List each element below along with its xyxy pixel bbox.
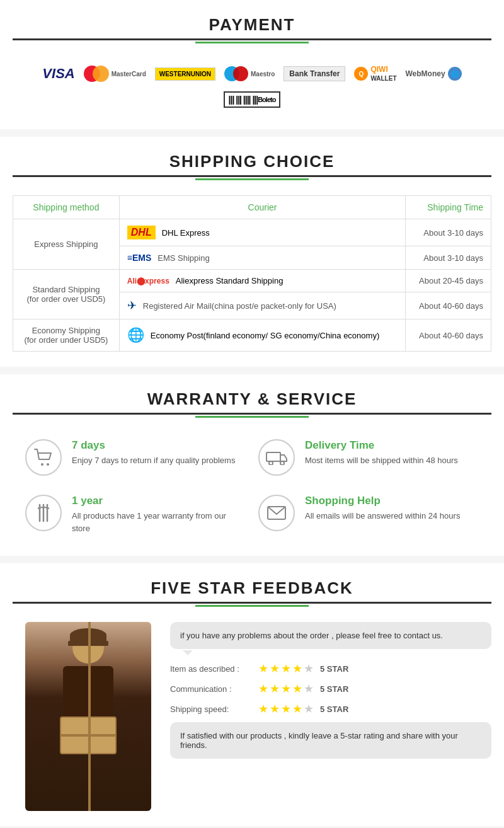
stars-described: ★ ★ ★ ★ ★: [258, 662, 314, 676]
svg-point-0: [41, 463, 43, 466]
warranty-grid: 7 days Enjoy 7 days to return if any qua…: [13, 433, 491, 541]
aliexpress-logo-icon: Ali⬤xpress: [127, 277, 169, 285]
svg-point-1: [47, 463, 49, 466]
mc-yellow-circle: [93, 66, 109, 82]
warranty-divider: [13, 413, 491, 415]
shipping-table: Shipping method Courier Shipping Time Ex…: [13, 195, 491, 352]
package-box: [60, 716, 117, 754]
truck-icon: [258, 439, 295, 476]
warranty-text-1year: 1 year All products have 1 year warranty…: [72, 495, 246, 534]
stars-shipping: ★ ★ ★ ★ ★: [258, 702, 314, 716]
boleto-logo: ||| ||| |||| ||| Boleto: [224, 91, 281, 108]
mastercard-logo: MasterCard: [84, 66, 146, 82]
warranty-title: WARRANTY & SERVICE: [13, 389, 491, 409]
table-row: Express Shipping DHL DHL Express About 3…: [13, 219, 491, 246]
col-header-courier: Courier: [119, 196, 406, 219]
warranty-item-shopping-help: Shopping Help All emails will be answere…: [258, 495, 479, 534]
courier-aliexpress: Ali⬤xpress Aliexpress Standard Shipping: [119, 270, 406, 292]
rating-label-communication: Communication :: [170, 684, 252, 694]
rating-row-communication: Communication : ★ ★ ★ ★ ★ 5 STAR: [170, 682, 491, 696]
payment-title: PAYMENT: [13, 15, 491, 35]
webmoney-globe-icon: 🌐: [448, 67, 462, 81]
person-figure: [25, 622, 151, 811]
bank-transfer-logo: Bank Transfer: [284, 66, 345, 81]
maestro-logo: Maestro: [224, 66, 275, 81]
feedback-section: FIVE STAR FEEDBACK: [0, 563, 504, 826]
col-header-time: Shipping Time: [406, 196, 491, 219]
shipping-divider: [13, 175, 491, 177]
ems-logo-icon: ≡EMS: [127, 253, 152, 263]
courier-airmail: ✈ Registered Air Mail(china post/e packe…: [119, 292, 406, 319]
warranty-text-7days: 7 days Enjoy 7 days to return if any qua…: [72, 439, 235, 467]
speech-bubble-bottom: If satisfied with our products , kindly …: [170, 722, 491, 759]
courier-economy: 🌐 Economy Post(finland economy/ SG econo…: [119, 319, 406, 352]
delivery-person-image: [13, 622, 164, 811]
table-row: Standard Shipping(for order over USD5) A…: [13, 270, 491, 292]
method-standard: Standard Shipping(for order over USD5): [13, 270, 120, 319]
svg-rect-2: [266, 452, 280, 461]
shipping-section: SHIPPING CHOICE Shipping method Courier …: [0, 137, 504, 367]
time-ems: About 3-10 days: [406, 246, 491, 270]
payment-logos: VISA MasterCard WESTERN UNION Maestro Ba…: [13, 59, 491, 114]
warranty-item-delivery: Delivery Time Most items will be shipped…: [258, 439, 479, 476]
feedback-underline: [195, 605, 309, 607]
dhl-logo-icon: DHL: [127, 226, 156, 239]
payment-section: PAYMENT VISA MasterCard WESTERN UNION Ma…: [0, 0, 504, 129]
rating-row-shipping: Shipping speed: ★ ★ ★ ★ ★ 5 STAR: [170, 702, 491, 716]
warranty-text-delivery: Delivery Time Most items will be shipped…: [305, 439, 458, 467]
warranty-item-7days: 7 days Enjoy 7 days to return if any qua…: [25, 439, 246, 476]
speech-bubble-top: if you have any problems about the order…: [170, 622, 491, 649]
svg-point-3: [269, 461, 273, 465]
shipping-underline: [195, 178, 309, 180]
feedback-title: FIVE STAR FEEDBACK: [13, 578, 491, 598]
method-economy: Economy Shipping(for order under USD5): [13, 319, 120, 352]
col-header-method: Shipping method: [13, 196, 120, 219]
time-dhl: About 3-10 days: [406, 219, 491, 246]
time-economy: About 40-60 days: [406, 319, 491, 352]
rating-label-described: Item as described :: [170, 664, 252, 674]
un-logo-icon: 🌐: [127, 327, 144, 343]
qiwi-icon: Q: [354, 67, 368, 81]
feedback-divider: [13, 602, 491, 604]
svg-point-4: [280, 461, 284, 465]
time-aliexpress: About 20-45 days: [406, 270, 491, 292]
method-express: Express Shipping: [13, 219, 120, 270]
rating-label-shipping: Shipping speed:: [170, 704, 252, 714]
mail-icon: [258, 495, 295, 531]
warranty-underline: [195, 416, 309, 418]
shipping-title: SHIPPING CHOICE: [13, 152, 491, 171]
rating-value-communication: 5 STAR: [320, 684, 348, 694]
warranty-item-1year: 1 year All products have 1 year warranty…: [25, 495, 246, 534]
courier-ems: ≡EMS EMS Shipping: [119, 246, 406, 270]
mae-red-circle: [233, 66, 248, 81]
rating-row-described: Item as described : ★ ★ ★ ★ ★ 5 STAR: [170, 662, 491, 676]
warranty-section: WARRANTY & SERVICE 7 days Enjoy 7 days t…: [0, 374, 504, 556]
cart-icon: [25, 439, 62, 476]
visa-logo: VISA: [42, 66, 74, 82]
table-row: Economy Shipping(for order under USD5) 🌐…: [13, 319, 491, 352]
payment-underline: [195, 42, 309, 43]
qiwi-logo: Q QIWIWALLET: [354, 65, 396, 83]
rating-value-described: 5 STAR: [320, 664, 348, 674]
western-union-logo: WESTERN UNION: [155, 67, 215, 81]
stars-communication: ★ ★ ★ ★ ★: [258, 682, 314, 696]
tools-icon: [25, 495, 62, 531]
time-airmail: About 40-60 days: [406, 292, 491, 319]
airmail-icon: ✈: [127, 299, 137, 313]
warranty-text-shopping-help: Shopping Help All emails will be answere…: [305, 495, 460, 522]
feedback-right: if you have any problems about the order…: [164, 622, 491, 759]
payment-divider: [13, 38, 491, 40]
rating-value-shipping: 5 STAR: [320, 704, 348, 714]
webmoney-logo: WebMoney 🌐: [406, 67, 462, 81]
courier-dhl: DHL DHL Express: [119, 219, 406, 246]
feedback-content-area: if you have any problems about the order…: [13, 622, 491, 811]
mc-text: MasterCard: [112, 71, 146, 78]
